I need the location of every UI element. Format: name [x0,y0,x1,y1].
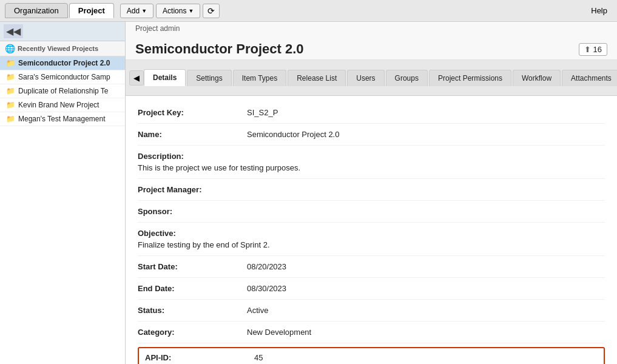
sidebar-item-sara[interactable]: 📁 Sara's Semiconductor Samp [0,70,125,84]
globe-icon: 🌐 [5,44,15,53]
proj-icon-3: 📁 [6,101,15,109]
value-name: Semiconductor Project 2.0 [247,130,605,139]
tabs-bar: ◀ Details Settings Item Types Release Li… [126,60,617,96]
actions-button[interactable]: Actions ▼ [156,4,200,18]
value-api-id: 45 [254,353,598,362]
sidebar-section-label: 🌐 Recently Viewed Projects [0,41,125,56]
add-caret-icon: ▼ [141,8,147,14]
field-status: Status: Active [138,300,605,322]
value-status: Active [247,306,605,315]
value-end-date: 08/30/2023 [247,284,605,293]
label-objective: Objective: [138,229,247,238]
tab-attachments[interactable]: Attachments [562,70,617,86]
project-admin-bar: Project admin [126,22,617,35]
value-project-key: SI_S2_P [247,108,605,117]
label-status: Status: [138,306,247,315]
field-name: Name: Semiconductor Project 2.0 [138,124,605,146]
top-bar: Organization Project Add ▼ Actions ▼ ⟳ H… [0,0,617,22]
help-button[interactable]: Help [586,5,612,16]
sidebar-item-kevin[interactable]: 📁 Kevin Brand New Project [0,98,125,112]
value-start-date: 08/20/2023 [247,262,605,271]
tab-organization[interactable]: Organization [5,3,68,18]
sidebar: ◀◀ 🌐 Recently Viewed Projects 📁 Semicond… [0,22,126,364]
label-sponsor: Sponsor: [138,207,247,216]
badge-value: 16 [593,45,602,54]
label-project-manager: Project Manager: [138,185,247,194]
tab-settings[interactable]: Settings [187,70,231,86]
top-tab-group: Organization Project [5,3,114,18]
value-description: This is the project we use for testing p… [138,163,300,172]
field-objective: Objective: Finalize testing by the end o… [138,223,605,256]
field-api-id: API-ID: 45 [138,347,605,364]
field-start-date: Start Date: 08/20/2023 [138,256,605,278]
actions-label: Actions [163,7,186,15]
label-category: Category: [138,328,247,337]
tab-project[interactable]: Project [69,3,114,18]
main-header: Semiconductor Project 2.0 ⬆ 16 [126,35,617,60]
tab-details[interactable]: Details [144,69,186,86]
add-label: Add [127,7,140,15]
label-api-id: API-ID: [145,353,254,362]
sidebar-header: ◀◀ [0,22,125,41]
notification-badge[interactable]: ⬆ 16 [579,43,607,56]
proj-icon-2: 📁 [6,87,15,95]
tab-project-permissions[interactable]: Project Permissions [429,70,511,86]
project-title: Semiconductor Project 2.0 [135,41,304,57]
tab-workflow[interactable]: Workflow [513,70,561,86]
field-project-manager: Project Manager: [138,179,605,201]
sidebar-item-semiconductor[interactable]: 📁 Semiconductor Project 2.0 [0,56,125,70]
field-description: Description: This is the project we use … [138,146,605,179]
label-start-date: Start Date: [138,262,247,271]
project-admin-label: Project admin [135,24,180,33]
label-project-key: Project Key: [138,108,247,117]
label-name: Name: [138,130,247,139]
main-title-row: Semiconductor Project 2.0 [135,41,304,57]
tab-users[interactable]: Users [347,70,384,86]
main-panel: Project admin Semiconductor Project 2.0 … [126,22,617,364]
badge-icon: ⬆ [584,45,591,54]
tab-prev-button[interactable]: ◀ [129,70,144,86]
proj-icon-4: 📁 [6,115,15,123]
sidebar-item-megan[interactable]: 📁 Megan's Test Management [0,112,125,126]
top-actions: Add ▼ Actions ▼ ⟳ [120,4,220,18]
field-end-date: End Date: 08/30/2023 [138,278,605,300]
field-sponsor: Sponsor: [138,201,605,223]
refresh-button[interactable]: ⟳ [203,4,220,18]
actions-caret-icon: ▼ [188,8,194,14]
content-area: Project Key: SI_S2_P Name: Semiconductor… [126,96,617,364]
tab-item-types[interactable]: Item Types [233,70,286,86]
tab-groups[interactable]: Groups [386,70,428,86]
label-description: Description: [138,152,247,161]
main-layout: ◀◀ 🌐 Recently Viewed Projects 📁 Semicond… [0,22,617,364]
sidebar-collapse-button[interactable]: ◀◀ [4,24,23,38]
label-end-date: End Date: [138,284,247,293]
field-project-key: Project Key: SI_S2_P [138,102,605,124]
value-category: New Development [247,328,605,337]
proj-icon-1: 📁 [6,73,15,81]
sidebar-item-duplicate[interactable]: 📁 Duplicate of Relationship Te [0,84,125,98]
value-objective: Finalize testing by the end of Sprint 2. [138,240,270,249]
tab-release-list[interactable]: Release List [288,70,346,86]
field-category: Category: New Development [138,322,605,343]
add-button[interactable]: Add ▼ [120,4,153,18]
proj-icon-0: 📁 [6,59,15,67]
